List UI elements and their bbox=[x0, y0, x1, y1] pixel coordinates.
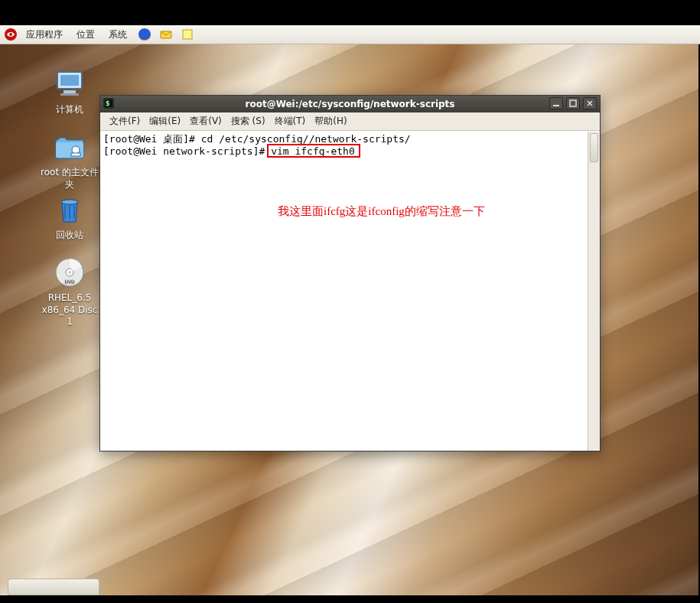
desktop-icon-label: 回收站 bbox=[56, 230, 83, 242]
svg-rect-8 bbox=[60, 93, 79, 96]
svg-rect-11 bbox=[71, 153, 80, 156]
menu-view[interactable]: 查看(V) bbox=[185, 113, 226, 129]
top-black-bar bbox=[0, 0, 700, 25]
terminal-menubar: 文件(F) 编辑(E) 查看(V) 搜索 (S) 终端(T) 帮助(H) bbox=[100, 112, 600, 131]
menu-edit[interactable]: 编辑(E) bbox=[145, 113, 185, 129]
window-close-button[interactable] bbox=[583, 97, 597, 109]
terminal-text-area[interactable]: [root@Wei 桌面]# cd /etc/sysconfig//networ… bbox=[100, 132, 588, 451]
desktop-icon-label: root 的主文件夹 bbox=[38, 167, 101, 191]
terminal-line: [root@Wei network-scripts]# bbox=[103, 145, 271, 157]
svg-point-15 bbox=[68, 271, 71, 274]
dvd-icon: DVD bbox=[51, 254, 88, 291]
desktop-icon-home[interactable]: root 的主文件夹 bbox=[38, 129, 101, 191]
annotation-text: 我这里面ifcfg这是ifconfig的缩写注意一下 bbox=[278, 202, 408, 220]
menu-search[interactable]: 搜索 (S) bbox=[226, 113, 270, 129]
terminal-window: $ root@Wei:/etc/sysconfig/network-script… bbox=[99, 95, 601, 451]
scrollbar[interactable] bbox=[588, 132, 600, 451]
desktop-area[interactable]: 计算机 root 的主文件夹 回收站 DVD RHEL_6.5 x86_64 D… bbox=[0, 44, 698, 595]
window-titlebar[interactable]: $ root@Wei:/etc/sysconfig/network-script… bbox=[100, 96, 600, 112]
svg-point-1 bbox=[9, 33, 12, 36]
desktop-icon-label: 计算机 bbox=[56, 104, 83, 116]
svg-point-12 bbox=[61, 200, 78, 204]
terminal-line: [root@Wei 桌面]# cd /etc/sysconfig//networ… bbox=[103, 133, 411, 145]
menu-system[interactable]: 系统 bbox=[103, 27, 133, 43]
desktop-icon-label: RHEL_6.5 x86_64 Disc 1 bbox=[38, 292, 101, 328]
svg-rect-20 bbox=[553, 105, 559, 106]
firefox-icon[interactable] bbox=[136, 26, 153, 43]
menu-help[interactable]: 帮助(H) bbox=[310, 113, 351, 129]
trash-icon bbox=[51, 191, 88, 228]
menu-applications[interactable]: 应用程序 bbox=[20, 27, 69, 43]
svg-rect-7 bbox=[63, 90, 76, 93]
svg-text:$: $ bbox=[106, 100, 110, 107]
window-maximize-button[interactable] bbox=[566, 97, 580, 109]
desktop-icon-trash[interactable]: 回收站 bbox=[38, 191, 101, 242]
desktop-icon-computer[interactable]: 计算机 bbox=[38, 66, 101, 116]
computer-icon bbox=[51, 66, 88, 103]
window-controls bbox=[549, 97, 597, 109]
terminal-body: [root@Wei 桌面]# cd /etc/sysconfig//networ… bbox=[100, 131, 600, 451]
mail-icon[interactable] bbox=[158, 26, 174, 43]
menu-places[interactable]: 位置 bbox=[70, 27, 101, 43]
svg-rect-21 bbox=[570, 100, 576, 106]
bottom-taskbar-stub[interactable] bbox=[8, 579, 99, 595]
folder-home-icon bbox=[51, 129, 88, 165]
svg-rect-4 bbox=[183, 30, 192, 39]
window-minimize-button[interactable] bbox=[549, 97, 563, 109]
desktop-icon-dvd[interactable]: DVD RHEL_6.5 x86_64 Disc 1 bbox=[38, 254, 101, 328]
gnome-top-panel: 应用程序 位置 系统 bbox=[0, 25, 700, 44]
menu-terminal[interactable]: 终端(T) bbox=[270, 113, 311, 129]
terminal-command-highlight: vim ifcfg-eth0 bbox=[271, 145, 360, 157]
menu-file[interactable]: 文件(F) bbox=[105, 113, 145, 129]
notes-icon[interactable] bbox=[179, 26, 196, 43]
terminal-app-icon: $ bbox=[103, 98, 116, 110]
window-title: root@Wei:/etc/sysconfig/network-scripts bbox=[245, 99, 454, 109]
svg-text:DVD: DVD bbox=[64, 279, 75, 284]
svg-rect-6 bbox=[60, 75, 79, 86]
distro-logo-icon bbox=[3, 27, 18, 42]
